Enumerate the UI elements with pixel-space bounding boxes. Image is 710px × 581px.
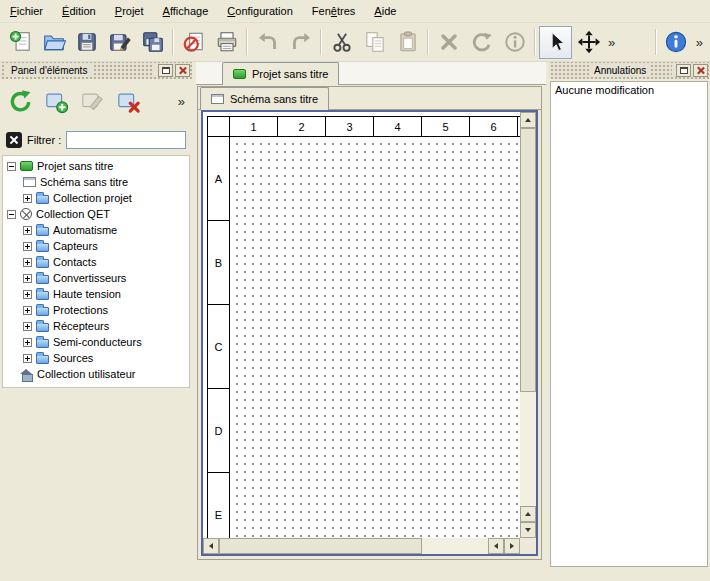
filter-label: Filtrer : [27,134,61,146]
expand-expander-icon[interactable] [23,194,32,203]
clear-filter-icon[interactable] [6,132,22,148]
save-all-button[interactable] [136,26,169,59]
new-element-icon [44,89,69,114]
menu-fichier[interactable]: Fichier [2,2,51,20]
tree-item-sources[interactable]: Sources [3,350,189,366]
new-file-button[interactable] [4,26,37,59]
menu-aide[interactable]: Aide [366,2,404,20]
expand-expander-icon[interactable] [23,306,32,315]
filter-row: Filtrer : [0,128,192,152]
toolbar-overflow-chevron-icon[interactable] [605,35,618,50]
delete-button[interactable] [432,26,465,59]
cut-button[interactable] [325,26,358,59]
expand-expander-icon[interactable] [23,274,32,283]
edit-element-button[interactable] [76,85,109,118]
horizontal-scrollbar[interactable] [203,538,520,554]
menu-fenetres[interactable]: Fenêtres [304,2,363,20]
scroll-up-button[interactable] [520,112,536,128]
expand-expander-icon[interactable] [23,226,32,235]
paste-button[interactable] [391,26,424,59]
select-tool-button[interactable] [539,26,572,59]
expand-expander-icon[interactable] [23,290,32,299]
tree-item-capteurs[interactable]: Capteurs [3,238,189,254]
tree-item-automatisme[interactable]: Automatisme [3,222,189,238]
folder-icon [36,307,49,316]
collapse-expander-icon[interactable] [7,210,16,219]
panel-overflow-chevron-icon[interactable] [175,94,188,109]
float-panel-button[interactable] [158,64,173,77]
scroll-down-button[interactable] [520,522,536,538]
float-icon [162,67,170,74]
save-button[interactable] [70,26,103,59]
copy-button[interactable] [358,26,391,59]
vertical-scrollbar[interactable] [520,112,536,538]
menu-configuration[interactable]: Configuration [219,2,300,20]
menu-projet[interactable]: Projet [107,2,152,20]
collapse-expander-icon[interactable] [7,162,16,171]
delete-element-button[interactable] [112,85,145,118]
tree-item-collection-utilisateur[interactable]: Collection utilisateur [3,366,189,382]
vertical-scroll-thumb[interactable] [520,128,536,392]
tree-item-haute-tension[interactable]: Haute tension [3,286,189,302]
expand-expander-icon[interactable] [23,242,32,251]
expand-expander-icon[interactable] [23,258,32,267]
open-folder-icon [42,30,66,54]
undo-list-item: Aucune modification [551,82,707,98]
reload-collections-button[interactable] [4,85,37,118]
move-tool-button[interactable] [572,26,605,59]
tree-item-schema[interactable]: Schéma sans titre [3,174,189,190]
save-as-button[interactable] [103,26,136,59]
tree-item-recepteurs[interactable]: Récepteurs [3,318,189,334]
tab-schema-sans-titre[interactable]: Schéma sans titre [200,87,329,110]
about-button[interactable] [660,26,693,59]
tree-item-contacts[interactable]: Contacts [3,254,189,270]
undo-button[interactable] [251,26,284,59]
new-element-button[interactable] [40,85,73,118]
info-button[interactable] [498,26,531,59]
tree-item-protections[interactable]: Protections [3,302,189,318]
tree-item-semi-conducteurs[interactable]: Semi-conducteurs [3,334,189,350]
home-icon [20,369,33,380]
folder-icon [36,323,49,332]
save-all-icon [141,30,165,54]
horizontal-scroll-thumb[interactable] [219,538,422,554]
close-panel-button[interactable] [175,64,190,77]
folder-icon [36,259,49,268]
diagram-canvas[interactable]: 1 2 3 4 5 6 A B C D E [203,112,520,538]
folder-icon [36,227,49,236]
toolbar-separator [655,29,657,55]
float-panel-button[interactable] [676,64,691,77]
tab-projet-sans-titre[interactable]: Projet sans titre [222,62,339,85]
undo-history-list[interactable]: Aucune modification [550,81,708,567]
qet-logo-icon [20,208,32,220]
close-panel-button[interactable] [693,64,708,77]
collections-tree: Projet sans titre Schéma sans titre Coll… [2,155,190,388]
scroll-left-button[interactable] [203,538,219,554]
close-file-button[interactable] [177,26,210,59]
tree-item-collection-qet[interactable]: Collection QET [3,206,189,222]
tree-item-convertisseurs[interactable]: Convertisseurs [3,270,189,286]
tree-item-collection-projet[interactable]: Collection projet [3,190,189,206]
scroll-right-button[interactable] [504,538,520,554]
elements-panel-header[interactable]: Panel d'éléments [0,62,192,79]
expand-expander-icon[interactable] [23,354,32,363]
scroll-left-button[interactable] [488,538,504,554]
save-icon [75,30,99,54]
redo-button[interactable] [284,26,317,59]
toolbar-overflow-chevron-icon[interactable] [693,35,706,50]
expand-expander-icon[interactable] [23,322,32,331]
expand-expander-icon[interactable] [23,338,32,347]
open-file-button[interactable] [37,26,70,59]
filter-input[interactable] [66,131,186,149]
undo-panel-header[interactable]: Annulations [549,62,710,79]
close-file-icon [182,30,206,54]
folder-icon [36,291,49,300]
scroll-up-button[interactable] [520,506,536,522]
menu-affichage[interactable]: Affichage [155,2,217,20]
print-button[interactable] [210,26,243,59]
cursor-arrow-icon [544,30,568,54]
reload-icon [8,89,33,114]
tree-item-project[interactable]: Projet sans titre [3,158,189,174]
menu-edition[interactable]: Édition [54,2,104,20]
rotate-button[interactable] [465,26,498,59]
